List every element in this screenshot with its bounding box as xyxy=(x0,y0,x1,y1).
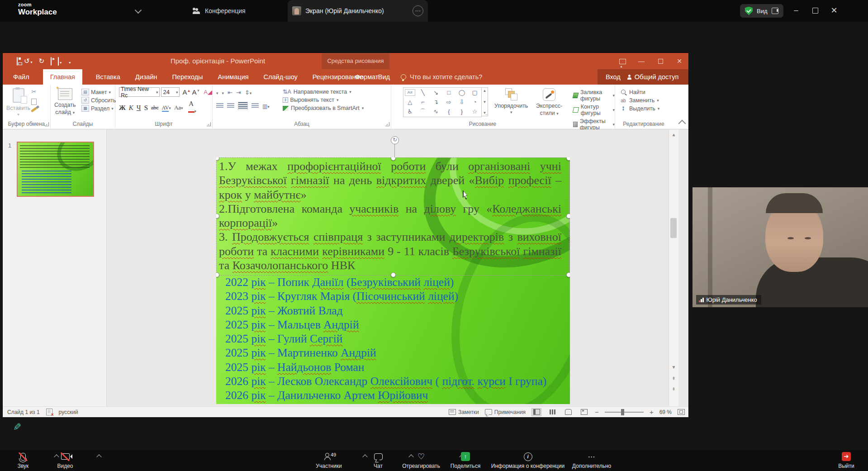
redo-icon[interactable]: ↻ xyxy=(39,57,45,65)
start-slideshow-icon[interactable] xyxy=(51,57,52,65)
normal-view-button[interactable] xyxy=(531,408,541,416)
tab-slideshow[interactable]: Слайд-шоу xyxy=(262,69,299,85)
shape-outline-button[interactable]: Контур фигуры▾ xyxy=(573,104,615,116)
clear-formatting-icon[interactable]: A◢ xyxy=(204,89,212,95)
shape-cell[interactable]: □ xyxy=(442,88,455,97)
tab-insert[interactable]: Вставка xyxy=(95,69,122,85)
increase-indent-icon[interactable]: ⇥ xyxy=(236,89,241,96)
window-minimize-button[interactable]: – xyxy=(791,5,802,15)
tab-animations[interactable]: Анимация xyxy=(217,69,250,85)
shrink-font-icon[interactable]: A▼ xyxy=(192,88,200,96)
share-screen-button[interactable]: ↑ Поделиться xyxy=(438,452,493,469)
convert-smartart-button[interactable]: Преобразовать в SmartArt▾ xyxy=(283,105,364,111)
format-painter-icon[interactable] xyxy=(31,107,37,112)
font-name-combo[interactable]: Times New Rc▾ xyxy=(119,87,160,97)
annotate-pencil-icon[interactable]: ✎ xyxy=(11,423,23,431)
arrange-button[interactable]: Упорядочить ▾ xyxy=(494,88,528,115)
tab-meeting[interactable]: Конференция xyxy=(193,0,246,22)
undo-icon[interactable]: ↺▾ xyxy=(24,57,33,65)
align-left-icon[interactable] xyxy=(216,103,223,109)
layout-button[interactable]: ▤Макет▾ xyxy=(81,89,116,95)
slideshow-view-button[interactable] xyxy=(579,408,589,416)
tab-design[interactable]: Дизайн xyxy=(134,69,159,85)
scroll-down-icon[interactable]: ▼ xyxy=(669,365,678,370)
fit-slide-to-window-icon[interactable] xyxy=(678,409,685,415)
replace-button[interactable]: abЗаменить▾ xyxy=(620,97,659,104)
window-restore-button[interactable] xyxy=(810,5,821,14)
align-right-icon[interactable] xyxy=(251,103,259,109)
ppt-minimize-button[interactable]: — xyxy=(632,53,650,69)
text-direction-button[interactable]: ⇅AНаправление текста▾ xyxy=(283,88,364,95)
video-button[interactable]: Видео xyxy=(38,452,92,469)
view-button[interactable]: Вид xyxy=(740,4,783,18)
shapes-gallery-scrollbar[interactable]: ▲▼▼̲ xyxy=(481,87,488,116)
quick-styles-button[interactable]: Экспресс- стили ▾ xyxy=(536,88,562,117)
find-button[interactable]: Найти xyxy=(620,89,659,95)
zoom-slider-thumb[interactable] xyxy=(621,409,624,415)
slide-sorter-view-button[interactable] xyxy=(547,408,557,416)
shape-cell[interactable]: A≡ xyxy=(405,89,415,96)
zoom-slider[interactable] xyxy=(605,412,644,413)
meeting-info-button[interactable]: i Информация о конференции xyxy=(501,452,555,469)
justify-icon[interactable] xyxy=(238,102,248,110)
shape-cell[interactable]: ☆ xyxy=(468,107,481,116)
numbering-button[interactable]: ▾ xyxy=(222,88,224,96)
language-indicator[interactable]: русский xyxy=(59,409,78,415)
tab-options-ellipsis-icon[interactable]: ⋯ xyxy=(413,5,423,16)
shape-cell[interactable]: ◔ xyxy=(468,97,481,107)
shape-cell[interactable]: { xyxy=(442,107,455,116)
save-icon[interactable] xyxy=(17,57,18,65)
text-shadow-button[interactable]: S xyxy=(144,104,148,112)
rotate-handle[interactable]: ↻ xyxy=(391,136,399,144)
grow-font-icon[interactable]: A▲ xyxy=(182,88,190,96)
more-button[interactable]: ⋯ Дополнительно xyxy=(564,452,619,469)
align-center-icon[interactable] xyxy=(227,103,234,109)
participant-video[interactable]: Юрій Данильченко xyxy=(693,187,868,307)
line-spacing-button[interactable]: ⇕▾ xyxy=(245,88,251,96)
security-shield-icon[interactable] xyxy=(745,7,753,15)
ppt-restore-button[interactable] xyxy=(651,53,669,69)
tab-file[interactable]: Файл xyxy=(12,69,31,85)
notes-button[interactable]: Заметки xyxy=(449,409,479,415)
decrease-indent-icon[interactable]: ⇤ xyxy=(228,89,232,96)
slide-thumbnail[interactable] xyxy=(17,142,94,197)
underline-button[interactable]: Ч xyxy=(137,104,141,112)
reset-button[interactable]: ↺Сбросить xyxy=(81,97,116,104)
reading-view-button[interactable] xyxy=(563,408,573,416)
slide[interactable]: 1.У межах профорієнтаційної роботи були … xyxy=(216,157,570,404)
resize-handle-sw[interactable] xyxy=(216,272,219,277)
tell-me-search[interactable]: Что вы хотите сделать? xyxy=(401,69,482,85)
font-size-combo[interactable]: 24▾ xyxy=(161,87,180,97)
shape-cell[interactable]: ╲ xyxy=(417,88,430,97)
share-button[interactable]: Общий доступ xyxy=(635,73,678,81)
shape-cell[interactable]: ↘ xyxy=(429,88,442,97)
collapse-ribbon-icon[interactable] xyxy=(678,120,686,128)
sign-in-button[interactable]: Вход xyxy=(606,73,621,81)
zoom-in-icon[interactable]: + xyxy=(650,408,654,416)
tab-home[interactable]: Главная xyxy=(43,69,82,85)
copy-icon[interactable] xyxy=(31,99,37,105)
shape-cell[interactable]: ⇩ xyxy=(455,97,469,107)
shape-cell[interactable]: ⌒ xyxy=(417,107,430,116)
zoom-out-icon[interactable]: − xyxy=(595,408,599,416)
font-dialog-launcher-icon[interactable] xyxy=(207,122,211,126)
tab-format[interactable]: Формат xyxy=(349,69,385,85)
shape-cell[interactable]: } xyxy=(455,107,469,116)
workspace-chevron-down-icon[interactable] xyxy=(135,7,142,14)
comments-button[interactable]: Примечания xyxy=(485,409,526,415)
tab-transitions[interactable]: Переходы xyxy=(171,69,204,85)
tab-shared-screen[interactable]: Экран (Юрій Данильченко) ⋯ xyxy=(288,0,428,22)
window-close-button[interactable]: ✕ xyxy=(829,5,840,15)
section-button[interactable]: ▦Раздел▾ xyxy=(81,105,116,112)
scrollbar-thumb[interactable] xyxy=(670,218,677,238)
customize-qat-icon[interactable]: ▾ xyxy=(68,57,71,65)
ribbon-display-options-button[interactable] xyxy=(613,53,631,69)
change-case-button[interactable]: Aa▾ xyxy=(174,104,183,111)
font-color-button[interactable]: А▾ xyxy=(188,101,197,114)
vertical-scrollbar[interactable]: ▲ ▼ ⇞ ⇟ xyxy=(669,129,678,406)
slide-textbox-paragraphs[interactable]: 1.У межах профорієнтаційної роботи були … xyxy=(219,159,561,272)
shape-cell[interactable]: △ xyxy=(403,97,417,107)
zoom-percentage[interactable]: 69 % xyxy=(659,409,672,415)
next-slide-icon[interactable]: ⇟ xyxy=(669,386,678,391)
slide-textbox-list[interactable]: 2022 рік – Попик Даніїл (Безруківський л… xyxy=(225,275,568,403)
